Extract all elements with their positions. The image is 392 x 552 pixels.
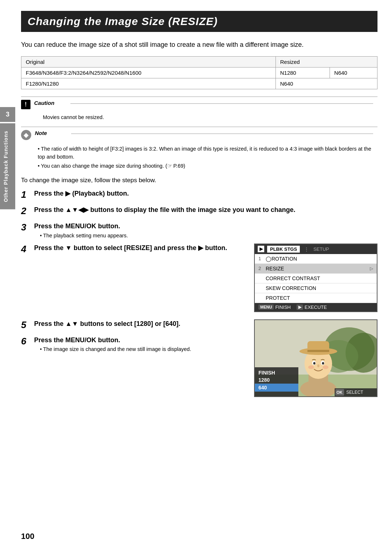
step-2-title: Press the ▲▼◀▶ buttons to display the fi… <box>34 205 377 214</box>
step-4-container: 4 Press the ▼ button to select [RESIZE] … <box>21 244 377 312</box>
step-4-number: 4 <box>21 244 34 255</box>
menu-header: ▶ PLBK STGS ⋮ SETUP <box>255 244 377 254</box>
step-4-left: 4 Press the ▼ button to select [RESIZE] … <box>21 244 245 260</box>
table-row: F1280/N1280 N640 <box>21 78 377 89</box>
step-1: 1 Press the ▶ (Playback) button. <box>21 189 377 200</box>
step-1-number: 1 <box>21 189 34 200</box>
side-tab-label: Other Playback Functions <box>0 123 15 209</box>
svg-text:FINISH: FINISH <box>258 370 275 376</box>
svg-text:OK: OK <box>336 390 343 394</box>
steps-56-right: FINISH 1280 640 OK SELECT <box>254 319 377 397</box>
menu-item-1-label: ◯ROTATION <box>266 256 373 262</box>
step-3-title: Press the MENU/OK button. <box>34 222 377 231</box>
svg-point-17 <box>323 365 328 369</box>
table-cell-resized2-1: N640 <box>330 68 377 78</box>
step-6-content: Press the MENU/OK button. The image size… <box>34 336 245 352</box>
step-4-right: ▶ PLBK STGS ⋮ SETUP 1 ◯ROTATION 2 RESIZE… <box>254 244 377 312</box>
step-5-content: Press the ▲▼ buttons to select [1280] or… <box>34 319 245 328</box>
table-cell-original-1: F3648/N3648/F3:2/N3264/N2592/N2048/N1600 <box>21 68 276 78</box>
menu-item-2-arrow: ▷ <box>370 266 373 271</box>
menu-footer-right: ▶ EXECUTE <box>297 304 327 310</box>
steps-intro: To change the image size, follow the ste… <box>21 177 377 184</box>
menu-item-1: 1 ◯ROTATION <box>255 254 377 264</box>
note-label: Note <box>35 130 68 136</box>
table-cell-resized1-1: N1280 <box>275 68 330 78</box>
intro-text: You can reduce the image size of a shot … <box>21 40 377 50</box>
page-number: 100 <box>21 532 34 541</box>
svg-text:SELECT: SELECT <box>346 390 363 395</box>
step-4-content: Press the ▼ button to select [RESIZE] an… <box>34 244 245 253</box>
step-2-number: 2 <box>21 205 34 217</box>
page-container: 3 Other Playback Functions Changing the … <box>0 0 392 552</box>
table-header-resized: Resized <box>275 57 377 68</box>
step-6-note: The image size is changed and the new st… <box>40 346 245 352</box>
camera-image: FINISH 1280 640 OK SELECT <box>255 320 377 396</box>
main-content: Changing the Image Size (RESIZE) You can… <box>21 0 377 397</box>
note-item-1: The ratio of width to height of [F3:2] i… <box>38 145 377 161</box>
menu-item-4-label: SKEW CORRECTION <box>266 285 373 291</box>
menu-item-3: CORRECT CONTRAST <box>255 274 377 283</box>
svg-text:640: 640 <box>258 385 267 391</box>
step-3-content: Press the MENU/OK button. The playback s… <box>34 222 377 238</box>
svg-point-13 <box>313 362 315 364</box>
step-4-title: Press the ▼ button to select [RESIZE] an… <box>34 244 245 253</box>
menu-mockup: ▶ PLBK STGS ⋮ SETUP 1 ◯ROTATION 2 RESIZE… <box>254 244 377 312</box>
menu-item-3-label: CORRECT CONTRAST <box>266 275 373 281</box>
caution-text: Movies cannot be resized. <box>43 114 104 120</box>
menu-item-2-label: RESIZE <box>266 266 370 271</box>
step-3-note: The playback setting menu appears. <box>40 233 377 238</box>
menu-footer: MENU FINISH ▶ EXECUTE <box>255 303 377 311</box>
table-cell-resized1-2: N640 <box>275 78 377 89</box>
menu-item-2: 2 RESIZE ▷ <box>255 264 377 274</box>
menu-inactive-tab: SETUP <box>313 246 329 252</box>
menu-active-tab: PLBK STGS <box>267 246 300 253</box>
steps-56-container: 5 Press the ▲▼ buttons to select [1280] … <box>21 319 377 397</box>
caution-box: ! Caution <box>21 97 377 112</box>
svg-point-16 <box>308 365 314 369</box>
camera-screen: FINISH 1280 640 OK SELECT <box>254 319 377 397</box>
table-cell-original-2: F1280/N1280 <box>21 78 276 89</box>
note-content: The ratio of width to height of [F3:2] i… <box>38 145 377 170</box>
step-6-number: 6 <box>21 336 34 347</box>
menu-footer-left: MENU FINISH <box>258 304 291 310</box>
step-2-content: Press the ▲▼◀▶ buttons to display the fi… <box>34 205 377 214</box>
table-header-original: Original <box>21 57 276 68</box>
menu-item-4: SKEW CORRECTION <box>255 283 377 293</box>
step-3: 3 Press the MENU/OK button. The playback… <box>21 222 377 238</box>
caution-icon: ! <box>21 100 30 109</box>
menu-btn-left: MENU <box>258 304 274 310</box>
menu-footer-right-label: EXECUTE <box>305 304 327 310</box>
step-2: 2 Press the ▲▼◀▶ buttons to display the … <box>21 205 377 217</box>
step-1-title: Press the ▶ (Playback) button. <box>34 189 377 198</box>
step-5-title: Press the ▲▼ buttons to select [1280] or… <box>34 319 245 328</box>
menu-item-5-label: PROTECT <box>266 295 373 301</box>
step-5-number: 5 <box>21 319 34 331</box>
step-4: 4 Press the ▼ button to select [RESIZE] … <box>21 244 245 255</box>
playback-icon: ▶ <box>258 246 264 252</box>
svg-point-15 <box>317 364 319 367</box>
step-1-content: Press the ▶ (Playback) button. <box>34 189 377 198</box>
page-title: Changing the Image Size (RESIZE) <box>28 15 218 28</box>
menu-item-5: PROTECT <box>255 293 377 303</box>
step-6-title: Press the MENU/OK button. <box>34 336 245 345</box>
page-title-block: Changing the Image Size (RESIZE) <box>21 11 377 32</box>
caution-label: Caution <box>34 100 67 106</box>
menu-separator: ⋮ <box>304 246 309 252</box>
note-item-2: You can also change the image size durin… <box>38 162 377 170</box>
svg-text:1280: 1280 <box>258 377 270 383</box>
side-tab-number: 3 <box>0 107 15 122</box>
table-row: F3648/N3648/F3:2/N3264/N2592/N2048/N1600… <box>21 68 377 78</box>
svg-rect-10 <box>307 350 329 352</box>
menu-footer-left-label: FINISH <box>275 304 291 310</box>
menu-btn-right: ▶ <box>297 304 303 310</box>
note-icon: ◆ <box>21 130 31 140</box>
note-box: ◆ Note <box>21 127 377 143</box>
step-5: 5 Press the ▲▼ buttons to select [1280] … <box>21 319 245 331</box>
svg-point-14 <box>322 362 324 364</box>
steps-56-left: 5 Press the ▲▼ buttons to select [1280] … <box>21 319 245 357</box>
step-3-number: 3 <box>21 222 34 233</box>
resize-table: Original Resized F3648/N3648/F3:2/N3264/… <box>21 56 377 89</box>
step-6: 6 Press the MENU/OK button. The image si… <box>21 336 245 352</box>
camera-screen-inner: FINISH 1280 640 OK SELECT <box>255 320 377 396</box>
